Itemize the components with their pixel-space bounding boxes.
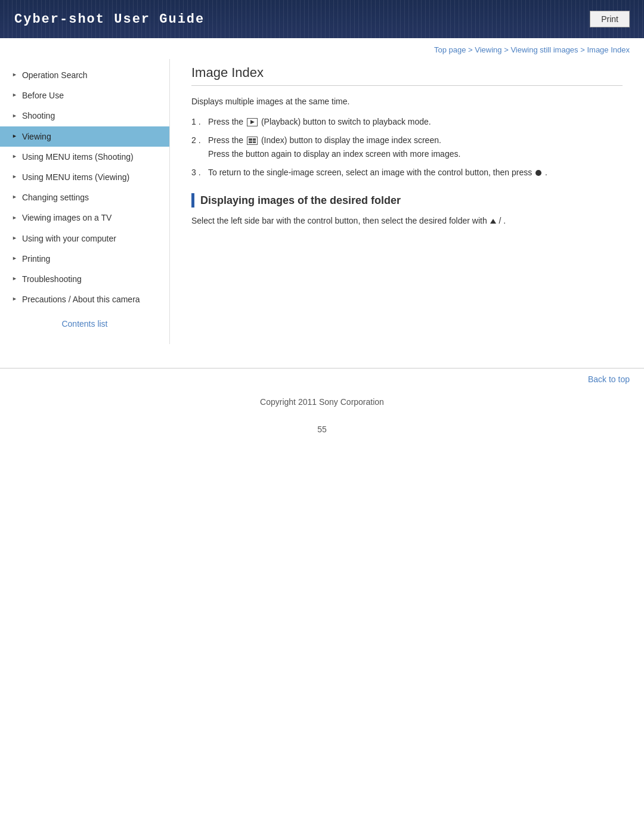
breadcrumb-current: Image Index: [587, 45, 630, 54]
breadcrumb-viewing[interactable]: Viewing: [475, 45, 501, 54]
copyright-text: Copyright 2011 Sony Corporation: [260, 397, 384, 407]
arrow-icon: ►: [12, 194, 17, 201]
step-text-2: Press the (Index) button to display the …: [208, 134, 623, 147]
triangle-up-icon: [490, 219, 496, 224]
sidebar-label: Viewing: [22, 131, 51, 142]
arrow-icon: ►: [12, 92, 17, 99]
sidebar-label: Before Use: [22, 90, 64, 101]
sidebar-item-shooting[interactable]: ► Shooting: [0, 106, 169, 126]
main-layout: ► Operation Search ► Before Use ► Shooti…: [0, 59, 644, 344]
step-num-3: 3 .: [191, 166, 208, 179]
step-subtext-2: Press the button again to display an ind…: [208, 148, 623, 160]
breadcrumb: Top page > Viewing > Viewing still image…: [0, 38, 644, 59]
section-heading: Displaying images of the desired folder: [191, 193, 623, 208]
arrow-icon: ►: [12, 296, 17, 303]
print-button[interactable]: Print: [590, 11, 630, 27]
arrow-icon: ►: [12, 174, 17, 181]
arrow-icon: ►: [12, 215, 17, 222]
sidebar-item-using-menu-viewing[interactable]: ► Using MENU items (Viewing): [0, 167, 169, 187]
breadcrumb-viewing-still[interactable]: Viewing still images: [510, 45, 578, 54]
sidebar-item-using-menu-shooting[interactable]: ► Using MENU items (Shooting): [0, 147, 169, 167]
step-2: 2 . Press the (Index) button to display …: [191, 134, 623, 160]
sidebar-item-viewing[interactable]: ► Viewing: [0, 126, 169, 147]
step-1: 1 . Press the (Playback) button to switc…: [191, 116, 623, 128]
sidebar-label: Operation Search: [22, 70, 88, 80]
page-title: Image Index: [191, 65, 623, 86]
step-num-1: 1 .: [191, 116, 208, 128]
step-3: 3 . To return to the single-image screen…: [191, 166, 623, 179]
sidebar-item-using-computer[interactable]: ► Using with your computer: [0, 228, 169, 249]
sidebar-item-printing[interactable]: ► Printing: [0, 249, 169, 269]
sidebar-label: Shooting: [22, 110, 55, 121]
section-title: Displaying images of the desired folder: [200, 194, 401, 207]
footer-back-to-top: Back to top: [0, 368, 644, 390]
arrow-icon: ►: [12, 133, 17, 140]
sidebar-item-troubleshooting[interactable]: ► Troubleshooting: [0, 269, 169, 289]
arrow-icon: ►: [12, 255, 17, 262]
page-description: Displays multiple images at the same tim…: [191, 97, 623, 106]
arrow-icon: ►: [12, 72, 17, 79]
breadcrumb-top[interactable]: Top page: [434, 45, 466, 54]
sidebar-label: Precautions / About this camera: [22, 294, 140, 305]
contents-list-anchor[interactable]: Contents list: [61, 319, 107, 329]
sidebar-item-changing-settings[interactable]: ► Changing settings: [0, 187, 169, 208]
sidebar-item-precautions[interactable]: ► Precautions / About this camera: [0, 289, 169, 309]
folder-description: Select the left side bar with the contro…: [191, 215, 623, 227]
sidebar-label: Troubleshooting: [22, 274, 82, 284]
sidebar-label: Printing: [22, 253, 50, 264]
arrow-icon: ►: [12, 235, 17, 242]
playback-icon: [247, 118, 258, 126]
arrow-icon: ►: [12, 113, 17, 120]
sidebar-item-before-use[interactable]: ► Before Use: [0, 85, 169, 106]
sidebar-label: Viewing images on a TV: [22, 212, 112, 223]
sidebar-item-operation-search[interactable]: ► Operation Search: [0, 65, 169, 85]
footer-copyright: Copyright 2011 Sony Corporation: [0, 390, 644, 419]
index-icon: [247, 137, 258, 145]
header: Cyber-shot User Guide Print: [0, 0, 644, 38]
section-bar: [191, 193, 194, 208]
sidebar-label: Changing settings: [22, 192, 89, 203]
steps-list: 1 . Press the (Playback) button to switc…: [191, 116, 623, 179]
app-title: Cyber-shot User Guide: [14, 12, 205, 27]
arrow-icon: ►: [12, 275, 17, 283]
arrow-icon: ►: [12, 153, 17, 160]
back-to-top-link[interactable]: Back to top: [588, 374, 630, 384]
contents-list-link[interactable]: Contents list: [0, 309, 169, 338]
dot-separator: .: [503, 216, 506, 225]
step-text-1: Press the (Playback) button to switch to…: [208, 116, 623, 128]
step-text-3: To return to the single-image screen, se…: [208, 166, 623, 179]
circle-button-icon: [535, 170, 541, 176]
sidebar-label: Using with your computer: [22, 233, 116, 244]
sidebar: ► Operation Search ► Before Use ► Shooti…: [0, 59, 170, 344]
step-num-2: 2 .: [191, 134, 208, 147]
content-area: Image Index Displays multiple images at …: [170, 59, 644, 344]
sidebar-label: Using MENU items (Shooting): [22, 151, 134, 162]
page-number: 55: [0, 419, 644, 440]
sidebar-item-viewing-tv[interactable]: ► Viewing images on a TV: [0, 208, 169, 228]
sidebar-label: Using MENU items (Viewing): [22, 172, 129, 182]
